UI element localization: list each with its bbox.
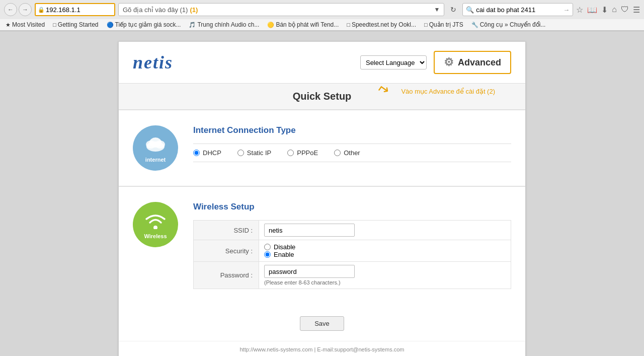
menu-icon[interactable]: ☰ — [633, 5, 640, 15]
ssid-row: SSID : — [194, 221, 511, 240]
back-button[interactable]: ← — [4, 3, 17, 16]
radio-static-input[interactable] — [237, 150, 244, 156]
bookmark-label: Trung chính Audio ch... — [197, 21, 259, 28]
forward-button[interactable]: → — [19, 3, 32, 16]
bookmark-tool-icon: 🔧 — [471, 22, 478, 28]
bookmark-label: Quản trị JTS — [429, 21, 463, 28]
radio-enable[interactable]: Enable — [264, 251, 506, 258]
radio-static-ip[interactable]: Static IP — [237, 149, 271, 157]
wireless-section-heading: Wireless Setup — [193, 202, 511, 212]
bookmark-most-visited[interactable]: ★ Most Visited — [4, 21, 46, 29]
bookmark-jts[interactable]: □ Quản trị JTS — [423, 21, 465, 29]
password-label: Password : — [194, 262, 259, 289]
footer-text: http://www.netis-systems.com | E-mail:su… — [240, 346, 405, 352]
advanced-label: Advanced — [458, 57, 501, 68]
bookmark-label: Tiếp tục giảm giá sock... — [115, 21, 181, 28]
radio-dhcp[interactable]: DHCP — [193, 149, 221, 157]
bookmark-star-icon[interactable]: ☆ — [576, 5, 583, 15]
wifi-icon — [143, 210, 168, 229]
wireless-icon-label: Wireless — [144, 233, 167, 239]
wireless-form-table: SSID : Security : Disable — [193, 220, 511, 289]
advanced-button[interactable]: ⚙ Advanced — [434, 51, 511, 74]
security-label: Security : — [194, 240, 259, 262]
refresh-button[interactable]: ↻ — [447, 4, 459, 16]
bookmark-audio-icon: 🎵 — [189, 22, 196, 28]
security-row: Security : Disable Enable — [194, 240, 511, 262]
bookmark-tool[interactable]: 🔧 Công cụ » Chuyển đổi... — [470, 21, 547, 29]
nav-buttons: ← → — [4, 3, 32, 16]
header-right: Select Language English Tiếng Việt 中文 ⚙ … — [360, 51, 511, 74]
search-input[interactable] — [476, 6, 561, 14]
annotation-label: Vào mục Advance để cài đặt (2) — [401, 88, 495, 95]
page-wrap: netis Select Language English Tiếng Việt… — [0, 31, 644, 356]
wireless-icon-wrap: Wireless — [133, 202, 178, 247]
svg-point-4 — [153, 226, 157, 229]
search-go-icon[interactable]: → — [563, 6, 570, 14]
browser-chrome: ← → 🔒 Gõ địa chỉ vào đây (1) (1) ▼ ↻ 🔍 →… — [0, 0, 644, 31]
cloud-icon — [144, 133, 167, 153]
router-ui: netis Select Language English Tiếng Việt… — [118, 41, 526, 356]
save-button[interactable]: Save — [300, 316, 344, 331]
bookmark-label: Bán bộ phát wifi Tend... — [276, 21, 339, 28]
language-select[interactable]: Select Language English Tiếng Việt 中文 — [360, 55, 427, 69]
shield-icon[interactable]: 🛡 — [621, 5, 629, 14]
connection-type-radio-group: DHCP Static IP PPPoE Other — [193, 144, 511, 162]
radio-enable-input[interactable] — [264, 251, 271, 258]
bookmark-wifi-icon: 🟡 — [267, 22, 274, 28]
bookmark-getting-started[interactable]: □ Getting Started — [51, 21, 100, 29]
wireless-section: Wireless Wireless Setup SSID : Security … — [119, 187, 525, 304]
url-dropdown-icon: ▼ — [434, 6, 440, 13]
browser-toolbar: ← → 🔒 Gõ địa chỉ vào đây (1) (1) ▼ ↻ 🔍 →… — [0, 0, 644, 19]
internet-icon-label: internet — [145, 157, 166, 163]
url-placeholder-badge: (1) — [190, 6, 198, 14]
bookmark-label: Most Visited — [12, 21, 45, 28]
bookmarks-bar: ★ Most Visited □ Getting Started 🔵 Tiếp … — [0, 19, 644, 31]
netis-logo: netis — [133, 52, 173, 73]
radio-pppoe-input[interactable] — [287, 150, 294, 156]
password-value-cell: (Please enter 8-63 characters.) — [259, 262, 511, 289]
radio-disable-label: Disable — [274, 243, 295, 251]
password-input[interactable] — [264, 265, 355, 278]
password-hint: (Please enter 8-63 characters.) — [264, 279, 506, 286]
radio-dhcp-label: DHCP — [203, 149, 221, 157]
svg-point-3 — [149, 137, 162, 148]
router-footer: http://www.netis-systems.com | E-mail:su… — [119, 341, 525, 356]
bookmark-label: Công cụ » Chuyển đổi... — [480, 21, 546, 28]
ssid-input[interactable] — [264, 224, 355, 237]
download-icon[interactable]: ⬇ — [601, 5, 608, 15]
gear-icon: ⚙ — [444, 56, 454, 69]
internet-section-heading: Internet Connection Type — [193, 125, 511, 135]
radio-other-input[interactable] — [334, 150, 341, 156]
bookmark-audio[interactable]: 🎵 Trung chính Audio ch... — [187, 21, 261, 29]
radio-disable[interactable]: Disable — [264, 243, 496, 251]
password-row: Password : (Please enter 8-63 characters… — [194, 262, 511, 289]
bookmark-blue-icon: 🔵 — [107, 22, 114, 28]
reading-list-icon[interactable]: 📖 — [587, 5, 597, 15]
radio-other-label: Other — [344, 149, 360, 157]
toolbar-icons: ☆ 📖 ⬇ ⌂ 🛡 ☰ — [576, 5, 640, 15]
logo-text: netis — [133, 52, 173, 73]
bookmark-star-icon: ★ — [6, 22, 11, 28]
bookmark-wifi[interactable]: 🟡 Bán bộ phát wifi Tend... — [266, 21, 340, 29]
annotation-wrap: Quick Setup Vào mục Advance để cài đặt (… — [119, 84, 525, 110]
url-placeholder-bar[interactable]: Gõ địa chỉ vào đây (1) (1) ▼ — [118, 3, 444, 16]
internet-section-content: Internet Connection Type DHCP Static IP … — [193, 125, 511, 162]
wireless-icon-circle: Wireless — [133, 202, 178, 247]
search-icon: 🔍 — [466, 6, 474, 14]
home-icon[interactable]: ⌂ — [612, 5, 617, 14]
save-row: Save — [119, 304, 525, 341]
radio-disable-input[interactable] — [264, 244, 271, 250]
bookmark-label: Getting Started — [58, 21, 99, 28]
radio-other[interactable]: Other — [334, 149, 360, 157]
bookmark-label: Speedtest.net by Ookl... — [352, 21, 416, 28]
url-placeholder-text: Gõ địa chỉ vào đây (1) — [123, 6, 188, 14]
bookmark-page-icon: □ — [53, 22, 56, 28]
url-input[interactable] — [35, 3, 115, 16]
bookmark-speedtest[interactable]: □ Speedtest.net by Ookl... — [345, 21, 418, 29]
ssid-label: SSID : — [194, 221, 259, 240]
bookmark-sock[interactable]: 🔵 Tiếp tục giảm giá sock... — [105, 21, 183, 29]
radio-dhcp-input[interactable] — [193, 150, 200, 156]
bookmark-page-icon2: □ — [347, 22, 350, 28]
internet-icon-wrap: internet — [133, 125, 178, 171]
radio-pppoe[interactable]: PPPoE — [287, 149, 318, 157]
